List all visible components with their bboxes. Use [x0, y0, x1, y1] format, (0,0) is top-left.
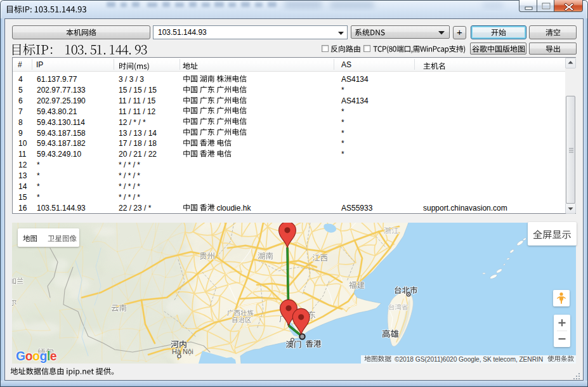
svg-text:Hà Nội: Hà Nội — [172, 348, 193, 355]
